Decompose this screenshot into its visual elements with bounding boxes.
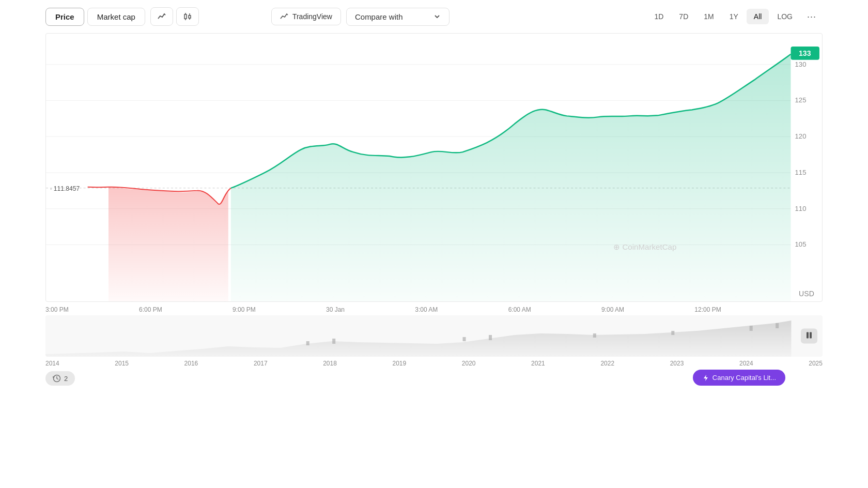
svg-text:125: 125	[795, 97, 807, 104]
svg-rect-29	[489, 335, 492, 340]
canary-label: Canary Capital's Lit...	[712, 374, 776, 382]
price-chart: 130 125 120 115 110 105 USD · 111.8457 ⊕…	[46, 34, 822, 301]
year-2019: 2019	[392, 360, 406, 367]
tradingview-icon	[280, 12, 288, 21]
svg-rect-31	[671, 331, 674, 335]
svg-rect-3	[189, 16, 191, 18]
candle-chart-button[interactable]	[176, 7, 199, 26]
svg-rect-35	[810, 332, 812, 339]
svg-rect-30	[593, 333, 596, 338]
year-2023: 2023	[670, 360, 684, 367]
svg-text:130: 130	[795, 60, 807, 68]
svg-rect-32	[750, 326, 753, 331]
time-1y-button[interactable]: 1Y	[722, 9, 746, 24]
pause-button[interactable]	[801, 329, 817, 344]
x-label-7: 9:00 AM	[601, 306, 624, 313]
pause-icon	[806, 332, 812, 339]
view-toggle-group: Price Market cap	[45, 8, 145, 26]
svg-text:105: 105	[795, 240, 807, 248]
svg-rect-34	[807, 332, 809, 339]
svg-text:110: 110	[795, 205, 807, 212]
svg-text:120: 120	[795, 132, 807, 140]
history-count: 2	[64, 375, 68, 383]
x-label-5: 3:00 AM	[415, 306, 438, 313]
svg-text:133: 133	[799, 49, 811, 57]
more-options-button[interactable]: ···	[801, 8, 823, 26]
candle-icon	[183, 12, 192, 21]
x-label-3: 9:00 PM	[233, 306, 256, 313]
time-1d-button[interactable]: 1D	[647, 9, 671, 24]
x-label-8: 12:00 PM	[694, 306, 721, 313]
year-axis: 2014 2015 2016 2017 2018 2019 2020 2021 …	[0, 357, 868, 367]
tradingview-label: TradingView	[292, 12, 332, 21]
year-2017: 2017	[254, 360, 268, 367]
canary-capital-button[interactable]: Canary Capital's Lit...	[693, 370, 785, 386]
year-2020: 2020	[462, 360, 476, 367]
x-label-2: 6:00 PM	[139, 306, 162, 313]
svg-rect-28	[463, 337, 466, 341]
compare-label: Compare with	[355, 12, 403, 21]
time-all-button[interactable]: All	[747, 9, 769, 24]
chart-type-group	[150, 7, 199, 26]
mini-chart	[45, 315, 823, 357]
svg-marker-25	[704, 375, 708, 381]
price-button[interactable]: Price	[45, 8, 84, 26]
year-2021: 2021	[531, 360, 545, 367]
year-2018: 2018	[323, 360, 337, 367]
line-chart-button[interactable]	[150, 7, 173, 26]
chevron-down-icon	[433, 13, 441, 20]
history-icon	[53, 374, 61, 383]
history-button[interactable]: 2	[45, 371, 75, 386]
lightning-icon	[702, 374, 709, 382]
year-2014: 2014	[45, 360, 59, 367]
x-label-4: 30 Jan	[326, 306, 345, 313]
tradingview-button[interactable]: TradingView	[271, 8, 341, 25]
svg-rect-27	[332, 339, 335, 344]
mini-chart-area	[45, 315, 823, 357]
svg-text:· 111.8457: · 111.8457	[50, 185, 80, 192]
year-2024: 2024	[739, 360, 753, 367]
svg-rect-26	[306, 341, 309, 345]
main-chart-area: 130 125 120 115 110 105 USD · 111.8457 ⊕…	[45, 33, 823, 302]
svg-text:⊕ CoinMarketCap: ⊕ CoinMarketCap	[613, 242, 676, 251]
svg-rect-0	[184, 14, 187, 19]
x-label-1: 3:00 PM	[45, 306, 69, 313]
market-cap-button[interactable]: Market cap	[87, 8, 145, 26]
year-2015: 2015	[115, 360, 129, 367]
x-axis: 3:00 PM 6:00 PM 9:00 PM 30 Jan 3:00 AM 6…	[0, 302, 868, 313]
x-label-6: 6:00 AM	[508, 306, 531, 313]
svg-text:115: 115	[795, 169, 807, 176]
time-range-group: 1D 7D 1M 1Y All LOG ···	[647, 8, 823, 26]
year-2025: 2025	[809, 360, 823, 367]
time-7d-button[interactable]: 7D	[672, 9, 695, 24]
svg-text:USD: USD	[799, 289, 814, 298]
year-2022: 2022	[600, 360, 614, 367]
line-chart-icon	[157, 12, 166, 21]
year-2016: 2016	[184, 360, 198, 367]
log-button[interactable]: LOG	[770, 9, 800, 24]
time-1m-button[interactable]: 1M	[696, 9, 721, 24]
svg-rect-33	[776, 323, 779, 328]
toolbar: Price Market cap TradingView Compare wit	[0, 0, 868, 33]
compare-button[interactable]: Compare with	[346, 8, 450, 26]
